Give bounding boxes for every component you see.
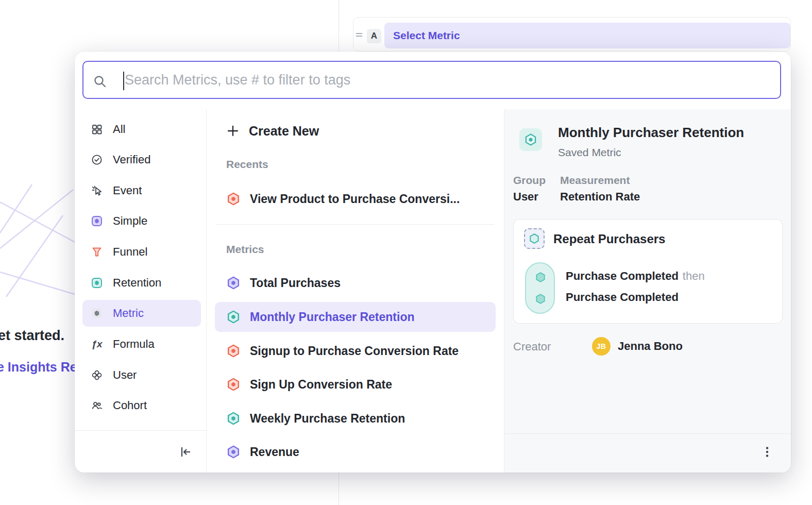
recent-item-label: View Product to Purchase Conversi... [250,192,460,206]
measurement-value: Retention Rate [560,190,640,204]
metric-item-signup-to-purchase-conversion-rate[interactable]: Signup to Purchase Conversion Rate [215,336,496,366]
metric-item-revenue[interactable]: Revenue [215,437,496,467]
group-label: Group [513,174,546,187]
sidebar-item-label: Formula [113,338,155,351]
sequence-step-2: Purchase Completed [566,291,679,304]
cohort-people-icon [90,399,104,412]
sidebar-item-verified[interactable]: Verified [82,146,201,173]
grid-icon [90,123,104,136]
sidebar-item-label: Cohort [113,399,147,412]
creator-name: Jenna Bono [618,340,683,353]
event-hexagon-icon [535,272,546,283]
metric-type-icon-badge [519,128,542,151]
verified-badge-icon [90,153,104,166]
funnel-metric-icon [226,192,241,206]
metric-item-weekly-purchase-retention[interactable]: Weekly Purchase Retention [215,403,496,433]
creator-label: Creator [513,340,551,354]
sidebar-item-label: Verified [113,153,150,166]
metric-picker-modal: All Verified [75,52,791,473]
sidebar-item-label: Metric [113,307,144,320]
event-sequence-pill [525,262,555,314]
sidebar-item-retention[interactable]: Retention [82,270,201,296]
recents-section-label: Recents [226,158,268,171]
sequence-step-1: Purchase Completedthen [566,270,705,283]
metric-item-sign-up-conversion-rate[interactable]: Sign Up Conversion Rate [215,369,496,399]
sidebar-item-label: Funnel [113,245,147,259]
sidebar-item-metric[interactable]: Metric [82,300,201,327]
background-heading-fragment: et started. [0,328,64,344]
detail-subtitle: Saved Metric [558,146,621,159]
plus-icon [226,124,240,138]
user-flower-icon [90,368,104,382]
sidebar-item-simple[interactable]: Simple [82,208,201,234]
sidebar-item-label: Simple [113,214,147,228]
background-link-fragment[interactable]: e Insights Re [0,360,77,375]
step-event-name: Purchase Completed [566,291,679,304]
search-input[interactable] [83,62,780,98]
funnel-metric-icon [226,344,241,358]
metric-item-monthly-purchaser-retention[interactable]: Monthly Purchaser Retention [215,302,496,332]
simple-metric-icon [226,276,241,290]
collapse-sidebar-icon[interactable] [179,445,192,459]
behavior-title: Repeat Purchasers [553,232,665,246]
metric-item-total-purchases[interactable]: Total Purchases [215,268,496,298]
event-cursor-icon [90,184,104,197]
step-event-name: Purchase Completed [566,270,679,282]
sidebar-item-label: All [113,123,125,136]
metric-item-label: Sign Up Conversion Rate [250,378,392,392]
select-metric-field[interactable]: Select Metric [384,23,790,48]
metric-builder-row: A Select Metric [353,17,791,52]
sidebar-item-event[interactable]: Event [82,177,201,204]
panel-footer-divider [504,433,791,434]
sidebar-item-funnel[interactable]: Funnel [82,239,201,265]
sidebar-item-cohort[interactable]: Cohort [82,392,201,419]
series-letter-badge: A [367,29,381,43]
group-value: User [513,190,538,204]
metric-item-label: Revenue [250,445,299,459]
sidebar-item-user[interactable]: User [82,362,201,389]
sidebar-item-all[interactable]: All [82,116,201,143]
simple-metric-icon [90,214,104,228]
metric-item-label: Signup to Purchase Conversion Rate [250,344,459,358]
retention-metric-icon [226,411,241,426]
measurement-label: Measurement [560,174,630,187]
create-new-button[interactable]: Create New [207,121,504,141]
sidebar-footer-divider [75,430,206,431]
event-hexagon-icon [535,293,546,305]
metrics-section-label: Metrics [226,243,264,256]
sidebar-item-label: Event [113,184,142,197]
metric-item-label: Weekly Purchase Retention [250,412,405,426]
drag-handle-icon[interactable] [356,32,363,38]
metric-detail-panel: Monthly Purchaser Retention Saved Metric… [504,109,791,473]
picker-columns: All Verified [75,109,791,473]
recent-item-view-product-to-purchase[interactable]: View Product to Purchase Conversi... [215,184,496,213]
behavior-dashed-icon [524,228,545,249]
sidebar-item-label: Retention [113,276,161,290]
sidebar-item-formula[interactable]: ƒx Formula [82,331,201,358]
more-options-icon[interactable] [761,446,773,458]
formula-fx-icon: ƒx [90,338,104,351]
funnel-metric-icon [226,377,241,392]
retention-hexagon-icon [524,133,537,146]
search-box [82,61,781,99]
metric-hexagon-icon [90,307,104,320]
metric-list: Create New Recents View Product to Purch… [207,109,504,473]
metric-definition-card: Repeat Purchasers Purchase Completedthen [513,219,783,324]
category-sidebar: All Verified [75,109,206,473]
detail-title: Monthly Purchaser Retention [558,125,744,141]
sidebar-item-label: User [113,368,137,382]
funnel-icon [90,245,104,259]
metric-item-label: Total Purchases [250,276,341,290]
retention-icon [90,276,104,290]
creator-avatar: JB [592,337,611,356]
list-section-divider [216,224,495,225]
retention-hexagon-icon [529,233,540,244]
create-new-label: Create New [249,124,319,139]
screen: et started. e Insights Re A Select Metri… [0,0,812,505]
retention-metric-icon [226,310,241,324]
metric-item-label: Monthly Purchaser Retention [250,310,414,324]
step-connector: then [683,270,705,282]
simple-metric-icon [226,445,241,459]
